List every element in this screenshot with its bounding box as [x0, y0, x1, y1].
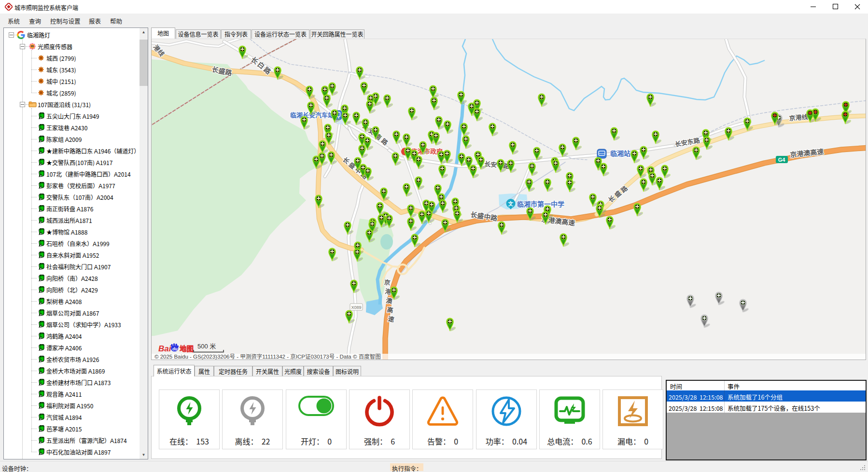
svg-text:长安东路: 长安东路 [674, 137, 701, 148]
svg-text:临湘站: 临湘站 [610, 150, 630, 157]
svg-text:澳: 澳 [386, 297, 393, 305]
svg-text:高: 高 [387, 306, 394, 314]
svg-text:500 米: 500 米 [197, 343, 216, 350]
svg-text:地图: 地图 [180, 345, 194, 353]
svg-text:路: 路 [380, 137, 390, 147]
svg-text:长盛中路: 长盛中路 [470, 210, 499, 222]
svg-text:X089: X089 [351, 305, 361, 310]
svg-text:临湘市第一中学: 临湘市第一中学 [517, 200, 564, 208]
svg-text:文: 文 [508, 201, 514, 207]
svg-text:长盛路: 长盛路 [211, 65, 233, 77]
svg-text:京港线: 京港线 [789, 113, 808, 122]
svg-text:京港澳高速: 京港澳高速 [790, 148, 824, 159]
svg-text:速: 速 [388, 315, 395, 323]
svg-text:du: du [172, 347, 178, 351]
svg-text:Bai: Bai [158, 344, 172, 353]
svg-text:G4: G4 [778, 157, 786, 163]
svg-text:© 2025 Baidu - GS(2023)3206号 -: © 2025 Baidu - GS(2023)3206号 - 甲测资字11111… [154, 353, 381, 360]
svg-text:路: 路 [619, 184, 629, 194]
svg-text:京: 京 [384, 278, 391, 287]
